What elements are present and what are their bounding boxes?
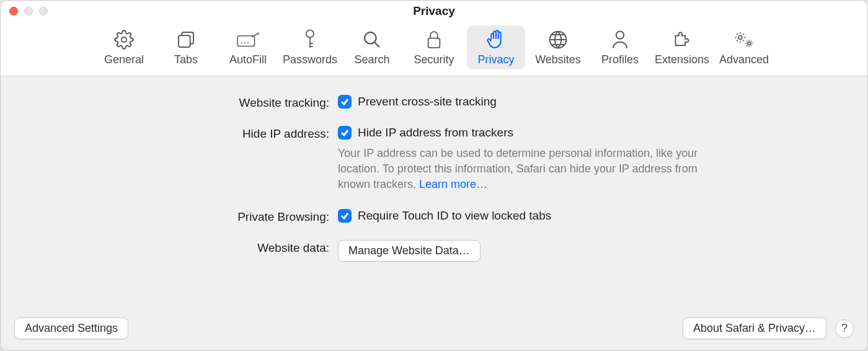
checkbox-label: Hide IP address from trackers bbox=[358, 126, 513, 140]
footer: Advanced Settings About Safari & Privacy… bbox=[1, 309, 867, 350]
tab-label: Tabs bbox=[174, 53, 198, 66]
tab-label: AutoFill bbox=[229, 53, 267, 66]
checkbox-hide-ip-from-trackers[interactable] bbox=[338, 126, 352, 140]
svg-point-11 bbox=[738, 35, 742, 39]
svg-point-4 bbox=[244, 42, 246, 43]
help-text-span: Your IP address can be used to determine… bbox=[338, 147, 698, 190]
svg-point-0 bbox=[122, 37, 126, 42]
learn-more-link[interactable]: Learn more… bbox=[419, 178, 487, 190]
about-safari-privacy-button[interactable]: About Safari & Privacy… bbox=[683, 318, 826, 339]
minimize-window-button[interactable] bbox=[24, 7, 33, 16]
manage-website-data-button[interactable]: Manage Website Data… bbox=[338, 240, 480, 262]
close-window-button[interactable] bbox=[9, 7, 18, 16]
svg-point-5 bbox=[247, 42, 249, 43]
tab-passwords[interactable]: Passwords bbox=[281, 25, 339, 69]
tab-general[interactable]: General bbox=[95, 25, 153, 69]
autofill-icon bbox=[236, 28, 260, 51]
tab-profiles[interactable]: Profiles bbox=[591, 25, 649, 69]
traffic-lights bbox=[9, 7, 48, 16]
row-private-browsing: Private Browsing: Require Touch ID to vi… bbox=[124, 209, 744, 224]
svg-point-12 bbox=[748, 42, 751, 45]
puzzle-icon bbox=[671, 28, 693, 51]
zoom-window-button[interactable] bbox=[39, 7, 48, 16]
tab-privacy[interactable]: Privacy bbox=[467, 25, 525, 69]
hand-icon bbox=[486, 28, 506, 51]
person-icon bbox=[611, 28, 629, 51]
tab-autofill[interactable]: AutoFill bbox=[219, 25, 277, 69]
row-website-tracking: Website tracking: Prevent cross-site tra… bbox=[124, 95, 744, 110]
label-hide-ip: Hide IP address: bbox=[124, 126, 338, 141]
tab-security[interactable]: Security bbox=[405, 25, 463, 69]
gears-icon bbox=[733, 28, 755, 51]
key-icon bbox=[303, 28, 317, 51]
row-website-data: Website data: Manage Website Data… bbox=[124, 240, 744, 262]
svg-point-6 bbox=[306, 30, 314, 37]
svg-point-10 bbox=[616, 31, 624, 38]
tab-label: Extensions bbox=[655, 53, 709, 66]
svg-rect-2 bbox=[237, 36, 254, 47]
tab-label: Websites bbox=[535, 53, 581, 66]
checkbox-label: Require Touch ID to view locked tabs bbox=[358, 209, 551, 223]
tab-advanced[interactable]: Advanced bbox=[715, 25, 773, 69]
checkbox-require-touch-id[interactable] bbox=[338, 209, 352, 223]
label-website-data: Website data: bbox=[124, 240, 338, 255]
svg-point-3 bbox=[241, 42, 242, 43]
preferences-window: Privacy General Tabs bbox=[0, 0, 868, 351]
svg-rect-1 bbox=[179, 35, 190, 47]
globe-icon bbox=[548, 28, 568, 51]
content-area: Website tracking: Prevent cross-site tra… bbox=[1, 76, 867, 350]
tab-label: Privacy bbox=[477, 53, 514, 66]
titlebar: Privacy bbox=[1, 1, 867, 22]
tab-extensions[interactable]: Extensions bbox=[653, 25, 711, 69]
hide-ip-help-text: Your IP address can be used to determine… bbox=[338, 146, 722, 193]
svg-rect-8 bbox=[428, 38, 440, 48]
tab-label: Advanced bbox=[719, 53, 769, 66]
label-private-browsing: Private Browsing: bbox=[124, 209, 338, 224]
tabs-icon bbox=[176, 28, 196, 51]
tab-label: Security bbox=[414, 53, 454, 66]
advanced-settings-button[interactable]: Advanced Settings bbox=[14, 318, 128, 339]
lock-icon bbox=[425, 28, 443, 51]
search-icon bbox=[362, 28, 382, 51]
tab-websites[interactable]: Websites bbox=[529, 25, 587, 69]
tab-search[interactable]: Search bbox=[343, 25, 401, 69]
window-title: Privacy bbox=[1, 4, 867, 18]
checkbox-prevent-cross-site-tracking[interactable] bbox=[338, 95, 352, 109]
tab-tabs[interactable]: Tabs bbox=[157, 25, 215, 69]
gear-icon bbox=[114, 28, 134, 51]
label-website-tracking: Website tracking: bbox=[124, 95, 338, 110]
tab-label: Profiles bbox=[601, 53, 639, 66]
svg-point-7 bbox=[365, 32, 376, 44]
help-button[interactable]: ? bbox=[835, 319, 854, 338]
checkbox-label: Prevent cross-site tracking bbox=[358, 95, 497, 109]
preferences-toolbar: General Tabs AutoFill bbox=[1, 22, 867, 76]
row-hide-ip: Hide IP address: Hide IP address from tr… bbox=[124, 126, 744, 193]
tab-label: General bbox=[104, 53, 144, 66]
tab-label: Passwords bbox=[283, 53, 337, 66]
tab-label: Search bbox=[354, 53, 389, 66]
